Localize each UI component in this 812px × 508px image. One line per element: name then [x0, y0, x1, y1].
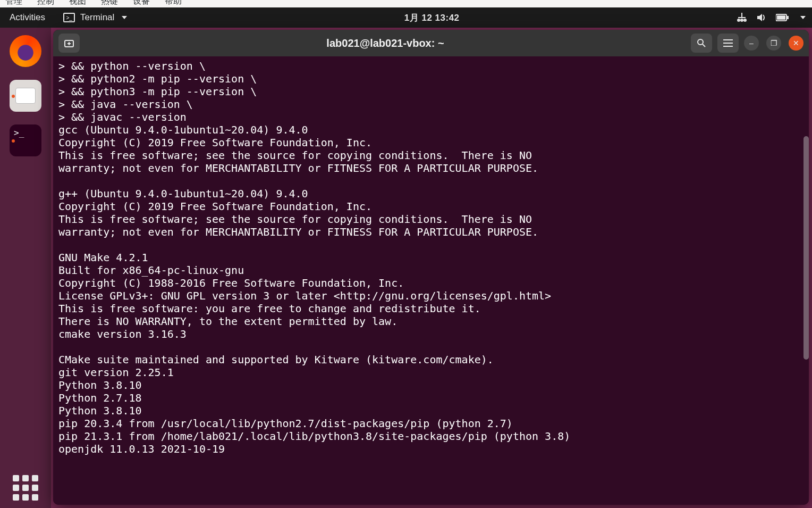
window-title: lab021@lab021-vbox: ~ [85, 37, 686, 49]
running-indicator-icon [12, 139, 15, 143]
svg-rect-7 [777, 15, 785, 20]
vm-menu-item[interactable]: 控制 [37, 0, 54, 7]
gnome-topbar: Activities >_ Terminal 1月 12 13:42 [0, 7, 812, 28]
vm-menu-item[interactable]: 帮助 [165, 0, 182, 7]
running-indicator-icon [12, 95, 15, 98]
close-icon: ✕ [793, 39, 799, 47]
network-icon [737, 13, 747, 22]
hamburger-icon [723, 39, 733, 47]
show-applications-icon[interactable] [13, 475, 38, 501]
new-tab-button[interactable] [58, 34, 80, 53]
vm-menu-item[interactable]: 管理 [5, 0, 22, 7]
vm-host-menu: 管理 控制 视图 热键 设备 帮助 [0, 0, 812, 7]
dock: >_ [0, 28, 51, 508]
svg-point-12 [698, 39, 703, 45]
scrollbar-thumb[interactable] [803, 136, 809, 360]
minimize-button[interactable]: – [744, 36, 759, 51]
hamburger-menu-button[interactable] [717, 34, 739, 53]
svg-point-2 [740, 19, 743, 22]
firefox-icon[interactable] [10, 35, 41, 67]
new-tab-icon [64, 38, 74, 48]
vm-menu-item[interactable]: 热键 [101, 0, 118, 7]
vm-menu-item[interactable]: 设备 [133, 0, 150, 7]
system-status-area[interactable] [737, 13, 806, 22]
svg-marker-5 [757, 14, 762, 21]
minimize-icon: – [749, 39, 754, 47]
maximize-button[interactable]: ❐ [766, 36, 781, 51]
svg-point-3 [743, 19, 747, 22]
svg-rect-4 [738, 17, 746, 18]
battery-icon [776, 14, 789, 21]
svg-line-13 [703, 44, 705, 47]
search-icon [697, 38, 706, 48]
svg-point-1 [737, 19, 740, 22]
maximize-icon: ❐ [771, 39, 777, 47]
volume-icon [757, 13, 766, 22]
search-button[interactable] [691, 34, 712, 53]
app-menu-label: Terminal [80, 12, 114, 23]
svg-rect-8 [787, 16, 789, 19]
terminal-icon: >_ [63, 13, 75, 22]
activities-button[interactable]: Activities [6, 10, 48, 25]
app-menu[interactable]: >_ Terminal [63, 12, 127, 23]
terminal-output[interactable]: > && python --version \ > && python2 -m … [53, 56, 809, 505]
terminal-window: lab021@lab021-vbox: ~ – ❐ ✕ > && python … [53, 30, 809, 505]
titlebar: lab021@lab021-vbox: ~ – ❐ ✕ [53, 30, 809, 56]
close-button[interactable]: ✕ [789, 36, 803, 51]
chevron-down-icon [122, 16, 127, 19]
clock[interactable]: 1月 12 13:42 [137, 12, 727, 24]
vm-menu-item[interactable]: 视图 [69, 0, 86, 7]
chevron-down-icon [800, 16, 806, 19]
